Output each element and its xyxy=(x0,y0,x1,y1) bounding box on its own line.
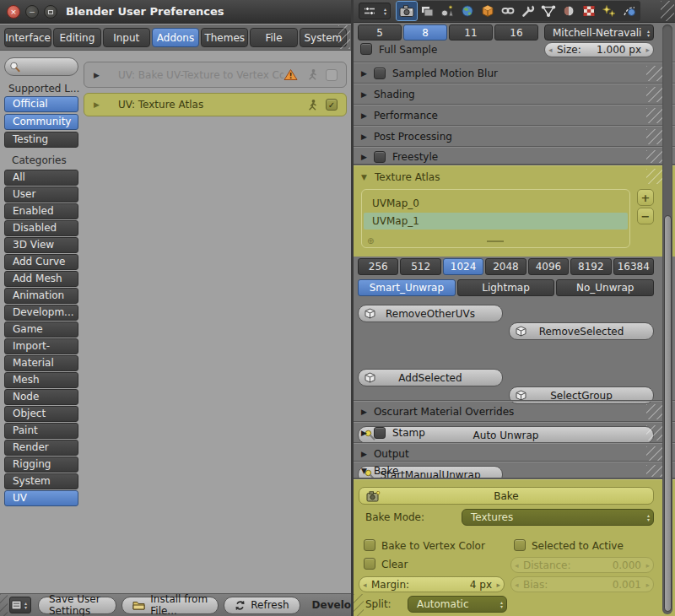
bake-to-vertex-color-checkbox[interactable] xyxy=(364,539,375,551)
addon-search-input[interactable] xyxy=(21,62,72,73)
aa-samples-button[interactable]: 16 xyxy=(494,24,538,41)
panel-checkbox[interactable] xyxy=(374,68,386,79)
addon-enable-checkbox[interactable]: ✓ xyxy=(326,99,338,111)
stepper-arrows[interactable]: ▴▾ xyxy=(500,600,503,608)
install-from-file-button[interactable]: Install from File... xyxy=(122,597,219,614)
addon-row-texture-atlas[interactable]: ▶ UV: Texture Atlas ✓ xyxy=(84,93,347,116)
remove-uv-map-button[interactable]: − xyxy=(637,208,654,224)
editor-type-button[interactable]: ▴▾ xyxy=(359,3,391,19)
corner-resize-grip[interactable] xyxy=(661,1,674,21)
world-tab-icon[interactable] xyxy=(457,2,478,20)
aa-samples-button[interactable]: 11 xyxy=(449,24,493,41)
editor-type-button[interactable]: ▴▾ xyxy=(9,597,31,613)
prefs-tab[interactable]: Input xyxy=(103,28,150,47)
prefs-tab[interactable]: File xyxy=(250,28,297,47)
category-button[interactable]: Material xyxy=(4,355,78,371)
resolution-button[interactable]: 512 xyxy=(400,258,440,275)
category-button[interactable]: Object xyxy=(4,406,78,422)
add-selected-button[interactable]: AddSelected xyxy=(358,369,503,386)
uv-map-item-selected[interactable]: UVMap_1 xyxy=(364,213,628,230)
resolution-button[interactable]: 8192 xyxy=(570,258,611,275)
split-dropdown[interactable]: Automatic ▴▾ xyxy=(408,596,507,613)
category-button[interactable]: Import-Exp... xyxy=(4,338,78,354)
category-button[interactable]: Developm... xyxy=(4,305,78,321)
category-button[interactable]: 3D View xyxy=(4,237,78,253)
unwrap-mode-button[interactable]: Lightmap xyxy=(457,279,555,296)
refresh-button[interactable]: Refresh xyxy=(224,597,300,614)
bias-slider[interactable]: ◂ Bias: 0.001 ▸ xyxy=(510,576,654,592)
render-layers-tab-icon[interactable] xyxy=(417,2,437,20)
panel-header-sampled-motion-blur[interactable]: ▶ Sampled Motion Blur xyxy=(354,62,675,84)
prefs-tab[interactable]: Interface xyxy=(4,28,51,47)
corner-resize-grip[interactable] xyxy=(0,594,8,616)
category-button[interactable]: Enabled xyxy=(4,203,78,219)
expand-arrow-icon[interactable]: ▶ xyxy=(94,71,100,79)
physics-tab-icon[interactable] xyxy=(619,2,640,20)
material-tab-icon[interactable] xyxy=(559,2,579,20)
stepper-arrows[interactable]: ▴▾ xyxy=(647,513,650,521)
aa-samples-button[interactable]: 8 xyxy=(403,24,447,41)
stepper-arrows[interactable]: ▴▾ xyxy=(24,601,27,609)
window-maximize-icon[interactable] xyxy=(44,5,57,19)
panel-header-freestyle[interactable]: ▶ Freestyle xyxy=(354,147,675,165)
category-button[interactable]: Paint xyxy=(4,423,78,439)
category-button[interactable]: UV xyxy=(4,490,78,506)
panel-header-oscurart-overrides[interactable]: ▶ Oscurart Material Overrides xyxy=(354,401,675,422)
clear-checkbox[interactable] xyxy=(364,558,375,570)
filter-official-button[interactable]: Official xyxy=(4,96,78,112)
addon-enable-checkbox[interactable] xyxy=(326,69,338,81)
object-data-tab-icon[interactable] xyxy=(538,2,559,20)
addon-search-box[interactable] xyxy=(4,57,78,76)
category-button[interactable]: Mesh xyxy=(4,372,78,388)
object-tab-icon[interactable] xyxy=(478,2,498,20)
window-close-icon[interactable]: × xyxy=(7,5,20,19)
category-button[interactable]: Game Engi... xyxy=(4,322,78,338)
panel-header-stamp[interactable]: ▶ Stamp xyxy=(354,422,675,443)
category-button[interactable]: Render xyxy=(4,440,78,456)
prefs-tab[interactable]: Addons xyxy=(152,28,199,47)
window-minimize-icon[interactable]: − xyxy=(25,5,39,19)
prefs-tab[interactable]: Editing xyxy=(53,28,100,47)
corner-resize-grip[interactable] xyxy=(338,25,350,49)
particles-tab-icon[interactable] xyxy=(599,2,619,20)
remove-selected-button[interactable]: RemoveSelected xyxy=(509,322,654,340)
window-titlebar[interactable]: × − Blender User Preferences xyxy=(0,0,351,24)
expand-arrow-icon[interactable]: ▶ xyxy=(94,100,100,109)
constraints-tab-icon[interactable] xyxy=(498,2,518,20)
category-button[interactable]: Add Mesh xyxy=(4,271,78,287)
bake-mode-dropdown[interactable]: Textures ▴▾ xyxy=(462,509,654,526)
category-button[interactable]: Rigging xyxy=(4,457,78,473)
distance-slider[interactable]: ◂ Distance: 0.000 ▸ xyxy=(510,557,654,573)
texture-tab-icon[interactable] xyxy=(579,2,599,20)
save-user-settings-button[interactable]: Save User Settings xyxy=(38,597,116,614)
category-button[interactable]: Node xyxy=(4,389,78,405)
category-button[interactable]: Add Curve xyxy=(4,254,78,270)
resolution-button[interactable]: 2048 xyxy=(485,258,526,275)
panel-checkbox[interactable] xyxy=(374,151,386,163)
category-button[interactable]: System xyxy=(4,473,78,489)
panel-header-performance[interactable]: ▶ Performance xyxy=(354,105,675,126)
resolution-button[interactable]: 1024 xyxy=(443,258,483,275)
aa-samples-button[interactable]: 5 xyxy=(358,24,402,41)
unwrap-mode-button[interactable]: No_Unwrap xyxy=(556,279,654,296)
category-button[interactable]: All xyxy=(4,170,78,186)
uv-map-list[interactable]: UVMap_0 UVMap_1 ⊕ xyxy=(361,189,630,248)
stepper-arrows[interactable]: ▴▾ xyxy=(384,7,386,15)
aa-filter-dropdown[interactable]: Mitchell-Netravali ▴▾ xyxy=(544,24,654,41)
add-item-icon[interactable]: ⊕ xyxy=(367,236,374,246)
category-button[interactable]: Disabled xyxy=(4,220,78,236)
addon-row-bake-uv[interactable]: ▶ UV: Bake UV-Texture to Vertex Col... ! xyxy=(84,62,347,88)
unwrap-mode-button[interactable]: Smart_Unwrap xyxy=(358,279,456,296)
filter-community-button[interactable]: Community xyxy=(4,114,78,130)
resolution-button[interactable]: 4096 xyxy=(528,258,569,275)
panel-header-bake[interactable]: ▼ Bake xyxy=(354,462,675,479)
panel-header-post-processing[interactable]: ▶ Post Processing xyxy=(354,126,675,147)
render-tab-camera-icon[interactable] xyxy=(397,2,417,20)
panel-checkbox[interactable] xyxy=(374,427,386,439)
selected-to-active-checkbox[interactable] xyxy=(514,539,526,551)
size-slider[interactable]: ◂ Size: 1.000 px ▸ xyxy=(544,42,654,57)
uv-map-item[interactable]: UVMap_0 xyxy=(364,195,628,212)
collapse-arrow-icon[interactable]: ▼ xyxy=(361,173,367,181)
resolution-button[interactable]: 16384 xyxy=(613,258,654,275)
bake-button[interactable]: Bake xyxy=(359,487,654,505)
